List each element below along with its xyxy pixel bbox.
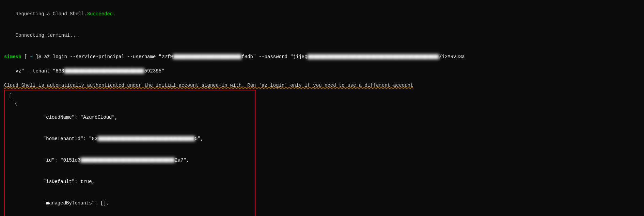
tenant-blurred: ████████████████████████████ (64, 68, 144, 74)
prompt-bracket-close: ] (35, 53, 38, 61)
cmd-cont-text: vz" --tenant "833███████████████████████… (16, 68, 164, 74)
prompt-dir: ~ (27, 53, 35, 61)
json-cloudName: "cloudName": "AzureCloud", (9, 107, 251, 128)
json-name: "name": "S██ subscription", (9, 214, 251, 216)
json-open-bracket: [ (9, 93, 251, 100)
prompt-dollar: $ (38, 53, 41, 61)
terminal: Requesting a Cloud Shell.Succeeded. Conn… (0, 0, 644, 216)
connecting-text: Connecting terminal... (16, 33, 79, 38)
password-blurred: ████████████████████████████████████████… (308, 54, 439, 60)
prompt-mesh: mesh (10, 53, 21, 61)
succeeded-text: Succeeded. (87, 11, 116, 17)
json-box: [ { "cloudName": "AzureCloud", "homeTena… (4, 90, 256, 216)
command-line-cont: vz" --tenant "833███████████████████████… (4, 61, 640, 82)
homeTenantId-blurred: ██████████████████████████████████ (97, 136, 195, 142)
connecting-line: Connecting terminal... (4, 25, 640, 46)
prompt-user: si (4, 53, 10, 61)
command-line: simesh [ ~ ]$ az login --service-princip… (4, 53, 640, 61)
json-isDefault: "isDefault": true, (9, 171, 251, 193)
requesting-line: Requesting a Cloud Shell.Succeeded. (4, 3, 640, 25)
json-managedByTenants: "managedByTenants": [], (9, 193, 251, 214)
json-id: "id": "0151c3███████████████████████████… (9, 150, 251, 171)
json-homeTenantId: "homeTenantId": "83█████████████████████… (9, 128, 251, 150)
json-obj-open: { (9, 100, 251, 107)
requesting-text: Requesting a Cloud Shell. (16, 11, 87, 17)
json-output-container: [ { "cloudName": "AzureCloud", "homeTena… (4, 90, 640, 216)
id-blurred: █████████████████████████████████ (80, 157, 175, 163)
warning-line: Cloud Shell is automatically authenticat… (4, 82, 640, 89)
username-blurred: ████████████████████████ (173, 54, 242, 60)
az-cmd: az login --service-principal --username … (41, 53, 465, 61)
prompt-bracket-open: [ (21, 53, 27, 61)
